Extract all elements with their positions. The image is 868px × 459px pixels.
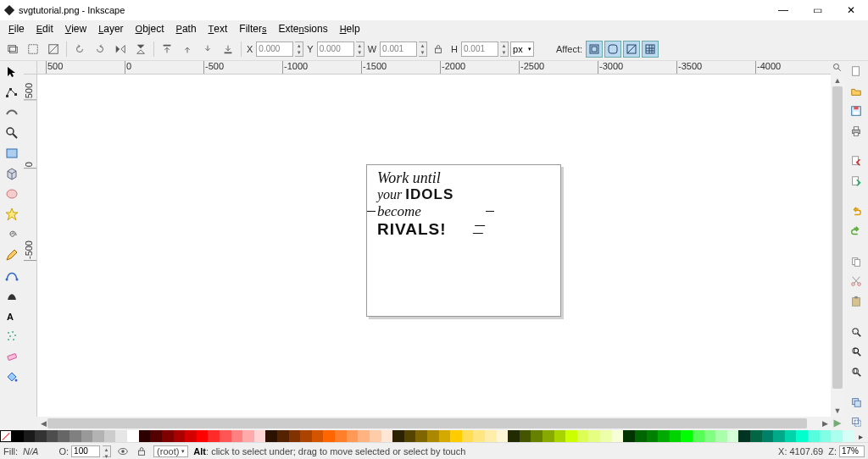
color-swatch[interactable] <box>554 430 566 442</box>
zoom-input[interactable] <box>839 445 865 457</box>
color-swatch[interactable] <box>392 430 404 442</box>
calligraphy-tool-icon[interactable] <box>3 286 21 305</box>
color-swatch[interactable] <box>104 430 116 442</box>
color-swatch[interactable] <box>727 430 739 442</box>
flip-h-icon[interactable] <box>111 40 130 58</box>
menu-file[interactable]: FFileile <box>3 21 30 36</box>
color-swatch[interactable] <box>843 430 854 442</box>
color-swatch[interactable] <box>704 430 716 442</box>
color-swatch[interactable] <box>796 430 808 442</box>
layer-lock-icon[interactable] <box>135 445 148 458</box>
color-swatch[interactable] <box>497 430 509 442</box>
color-swatch[interactable] <box>300 430 312 442</box>
paint-bucket-tool-icon[interactable] <box>3 368 21 386</box>
x-input[interactable] <box>256 41 293 57</box>
color-swatch[interactable] <box>670 430 682 442</box>
duplicate-icon[interactable] <box>848 394 865 411</box>
rectangle-tool-icon[interactable] <box>3 144 21 163</box>
color-swatch[interactable] <box>70 430 81 442</box>
import-icon[interactable] <box>848 153 865 170</box>
color-swatch[interactable] <box>47 430 58 442</box>
color-swatch[interactable] <box>208 430 220 442</box>
color-swatch[interactable] <box>197 430 209 442</box>
color-swatch[interactable] <box>565 430 577 442</box>
color-swatch[interactable] <box>635 430 647 442</box>
raise-icon[interactable] <box>178 40 197 58</box>
color-swatch[interactable] <box>623 430 635 442</box>
color-swatch[interactable] <box>773 430 785 442</box>
color-swatch[interactable] <box>323 430 335 442</box>
color-swatch[interactable] <box>115 430 127 442</box>
layers-toggle-icon[interactable] <box>3 40 22 58</box>
color-swatch[interactable] <box>658 430 670 442</box>
ellipse-tool-icon[interactable] <box>3 185 21 203</box>
color-swatch[interactable] <box>242 430 254 442</box>
opacity-input[interactable] <box>71 445 100 457</box>
vertical-scrollbar[interactable]: ▲ ▼ <box>831 75 844 417</box>
h-input[interactable] <box>461 41 498 57</box>
3dbox-tool-icon[interactable] <box>3 164 21 183</box>
color-swatch[interactable] <box>174 430 186 442</box>
color-swatch[interactable] <box>577 430 589 442</box>
palette-more-icon[interactable]: ▸ <box>854 430 867 442</box>
color-swatch[interactable] <box>473 430 485 442</box>
pencil-tool-icon[interactable] <box>3 246 21 264</box>
affect-gradient-icon[interactable] <box>623 41 640 58</box>
color-swatch[interactable] <box>612 430 624 442</box>
canvas[interactable]: Work until yourIDOLS become RIVALS! <box>37 75 831 417</box>
color-swatch[interactable] <box>785 430 797 442</box>
opacity-spinner[interactable]: ▲▼ <box>103 445 111 457</box>
color-swatch[interactable] <box>750 430 762 442</box>
quick-zoom-icon[interactable] <box>831 417 844 430</box>
menu-view[interactable]: View <box>60 21 92 36</box>
eraser-tool-icon[interactable] <box>3 347 21 366</box>
color-swatch[interactable] <box>12 430 24 442</box>
selector-tool-icon[interactable] <box>3 63 21 81</box>
color-swatch[interactable] <box>508 430 520 442</box>
color-swatch[interactable] <box>185 430 197 442</box>
color-swatch[interactable] <box>81 430 93 442</box>
bezier-tool-icon[interactable] <box>3 266 21 285</box>
affect-stroke-icon[interactable] <box>586 41 603 58</box>
menu-object[interactable]: Object <box>131 21 170 36</box>
color-swatch[interactable] <box>404 430 416 442</box>
h-spinner[interactable]: ▲▼ <box>500 41 509 57</box>
node-tool-icon[interactable] <box>3 83 21 102</box>
color-swatch[interactable] <box>358 430 370 442</box>
color-swatch[interactable] <box>531 430 542 442</box>
color-swatch[interactable] <box>588 430 600 442</box>
color-swatch[interactable] <box>92 430 104 442</box>
vertical-ruler[interactable]: 5000-500 <box>24 75 37 417</box>
tweak-tool-icon[interactable] <box>3 103 21 122</box>
color-swatch[interactable] <box>231 430 243 442</box>
color-swatch[interactable] <box>542 430 554 442</box>
horizontal-scrollbar[interactable]: ◀ ▶ <box>37 417 831 430</box>
zoom-selection-icon[interactable] <box>848 324 865 340</box>
color-swatch[interactable] <box>220 430 231 442</box>
text-tool-icon[interactable]: A <box>3 307 21 325</box>
color-swatch[interactable] <box>808 430 820 442</box>
color-swatch[interactable] <box>427 430 439 442</box>
color-swatch[interactable] <box>450 430 462 442</box>
minimize-button[interactable]: — <box>766 0 800 20</box>
raise-top-icon[interactable] <box>158 40 176 58</box>
copy-icon[interactable] <box>848 253 865 270</box>
open-doc-icon[interactable] <box>848 83 865 100</box>
layer-visibility-icon[interactable] <box>116 445 130 458</box>
zoom-page-icon[interactable] <box>848 363 865 380</box>
color-swatch[interactable] <box>462 430 474 442</box>
zoom-tool-icon[interactable] <box>3 124 21 142</box>
lower-bottom-icon[interactable] <box>219 40 237 58</box>
cut-icon[interactable] <box>848 274 865 290</box>
color-palette[interactable]: ▸ <box>0 430 868 442</box>
close-button[interactable]: ✕ <box>834 0 868 20</box>
color-swatch[interactable] <box>370 430 381 442</box>
color-swatch[interactable] <box>127 430 139 442</box>
x-spinner[interactable]: ▲▼ <box>295 41 303 57</box>
color-swatch[interactable] <box>254 430 266 442</box>
affect-pattern-icon[interactable] <box>642 41 659 58</box>
deselect-icon[interactable] <box>44 40 63 58</box>
color-swatch[interactable] <box>347 430 359 442</box>
y-input[interactable] <box>317 41 354 57</box>
scroll-up-icon[interactable]: ▲ <box>831 75 844 86</box>
